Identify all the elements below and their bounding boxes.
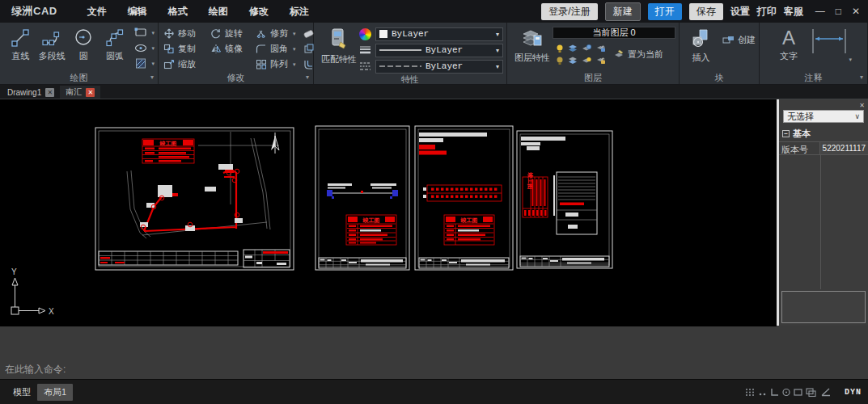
linetype-combo[interactable]: ByLayer ▾ <box>375 60 503 74</box>
modify-expand-icon[interactable]: ▾ <box>306 74 309 81</box>
tab-nanhui[interactable]: 南汇 ✕ <box>60 86 100 99</box>
maximize-icon[interactable]: □ <box>836 6 841 17</box>
insert-block-tool[interactable]: 插入 <box>684 25 718 72</box>
tab-drawing1[interactable]: Drawing1 ✕ <box>2 86 60 99</box>
close-icon[interactable]: ✕ <box>852 6 860 17</box>
linetype-combo-arrow-icon[interactable]: ▾ <box>496 63 499 70</box>
menu-format[interactable]: 格式 <box>158 5 198 19</box>
layer-on-icon[interactable] <box>553 42 566 54</box>
collapse-icon[interactable]: − <box>782 130 790 137</box>
support-button[interactable]: 客服 <box>784 5 803 19</box>
color-wheel-icon <box>359 28 371 40</box>
properties-empty-area <box>779 155 868 289</box>
lineweight-combo-arrow-icon[interactable]: ▾ <box>496 47 499 54</box>
command-window[interactable]: 在此输入命令: <box>0 326 868 379</box>
trim-tool[interactable]: 修剪 ▾ <box>256 26 303 41</box>
print-button[interactable]: 打印 <box>757 5 777 19</box>
draw-expand-icon[interactable]: ▾ <box>150 74 154 81</box>
rectangle-flyout-icon[interactable]: ▾ <box>152 30 155 36</box>
dimension-tool[interactable]: ▾ <box>807 25 852 72</box>
version-row[interactable]: 版本号 5220211117 <box>779 142 868 155</box>
menu-annotate[interactable]: 标注 <box>279 5 320 19</box>
layer-sun-icon[interactable] <box>580 54 594 66</box>
array-flyout-icon[interactable]: ▾ <box>293 61 296 68</box>
layout1-tab[interactable]: 布局1 <box>37 384 73 401</box>
sheet3-title-text: 竣工图 <box>460 217 478 224</box>
menu-file[interactable]: 文件 <box>77 5 117 19</box>
ribbon-section-layers: 图层特性 当前图层 0 <box>507 23 680 84</box>
arc-tool[interactable]: 圆弧 <box>100 25 131 72</box>
rectangle-tool[interactable]: ▾ <box>134 25 155 40</box>
rotate-tool[interactable]: 旋转 <box>210 26 256 41</box>
drawing-canvas[interactable]: 竣工图 <box>0 99 777 326</box>
annotation-section-footer[interactable]: 注释 ▾ <box>760 72 867 84</box>
palette-preview-box <box>781 291 866 323</box>
layer-properties-tool[interactable]: 图层特性 <box>512 25 553 72</box>
annotation-expand-icon[interactable]: ▾ <box>860 74 863 81</box>
dyn-toggle[interactable]: DYN <box>845 388 862 397</box>
arc-icon <box>104 27 125 48</box>
create-block-tool[interactable]: 创建 <box>722 32 756 48</box>
layer-lock-icon[interactable] <box>594 42 608 54</box>
line-tool[interactable]: 直线 <box>5 25 36 72</box>
mirror-tool[interactable]: 镜像 <box>210 41 256 57</box>
scale-tool[interactable]: 缩放 <box>163 57 210 72</box>
menu-draw[interactable]: 绘图 <box>198 5 239 19</box>
set-current-layer-tool[interactable]: 置为当前 <box>614 48 663 61</box>
hatch-flyout-icon[interactable]: ▾ <box>152 61 155 67</box>
open-button[interactable]: 打开 <box>648 3 682 20</box>
lineweight-icon <box>359 45 371 55</box>
color-combo-arrow-icon[interactable]: ▾ <box>496 31 499 38</box>
dimension-flyout-icon[interactable]: ▾ <box>849 57 852 63</box>
login-register-button[interactable]: 登录/注册 <box>541 3 597 20</box>
transparency-toggle-icon <box>807 389 815 397</box>
save-button[interactable]: 保存 <box>689 3 723 20</box>
basic-group-header[interactable]: − 基本 <box>779 126 868 141</box>
explode-icon <box>303 44 315 55</box>
basic-group-label: 基本 <box>793 128 811 140</box>
polyline-tool[interactable]: 多段线 <box>36 25 68 72</box>
selection-caret-icon: ∨ <box>854 112 860 120</box>
fillet-tool[interactable]: 圆角 ▾ <box>256 41 303 57</box>
trim-flyout-icon[interactable]: ▾ <box>293 31 296 37</box>
status-toggle-icons[interactable] <box>744 386 840 398</box>
new-button[interactable]: 新建 <box>605 2 641 21</box>
copy-tool[interactable]: 复制 <box>163 41 210 57</box>
draw-section-footer[interactable]: 绘图 ▾ <box>0 72 158 84</box>
minimize-icon[interactable]: — <box>815 6 825 17</box>
trim-icon <box>256 28 267 39</box>
move-tool[interactable]: 移动 <box>163 26 210 41</box>
north-arrow <box>271 133 279 154</box>
lineweight-value: ByLayer <box>426 45 492 55</box>
version-value: 5220211117 <box>820 142 868 154</box>
layer-isolate-icon[interactable] <box>566 54 580 66</box>
menu-edit[interactable]: 编辑 <box>117 5 158 19</box>
settings-button[interactable]: 设置 <box>730 5 750 19</box>
match-properties-tool[interactable]: 匹配特性 <box>319 25 359 74</box>
selection-dropdown[interactable]: 无选择 ∨ <box>783 110 864 123</box>
array-tool[interactable]: 阵列 ▾ <box>256 57 303 72</box>
layer-off-icon[interactable] <box>553 54 566 66</box>
palette-close-icon[interactable]: ✕ <box>859 102 865 109</box>
ellipse-tool[interactable]: ▾ <box>134 40 155 56</box>
menu-modify[interactable]: 修改 <box>239 5 279 19</box>
model-tab[interactable]: 模型 <box>6 384 37 401</box>
trim-label: 修剪 <box>270 27 288 40</box>
circle-tool[interactable]: 圆 <box>68 25 100 72</box>
color-combo[interactable]: ByLayer ▾ <box>375 27 503 41</box>
fillet-flyout-icon[interactable]: ▾ <box>293 46 296 53</box>
tab-drawing1-close-icon[interactable]: ✕ <box>45 88 54 97</box>
tab-nanhui-close-icon[interactable]: ✕ <box>86 88 95 97</box>
modify-section-footer[interactable]: 修改 ▾ <box>159 72 313 84</box>
properties-grid: 版本号 5220211117 <box>779 141 868 289</box>
ellipse-flyout-icon[interactable]: ▾ <box>152 45 155 52</box>
layer-unlock-icon[interactable] <box>594 54 608 66</box>
hatch-tool[interactable]: ▾ <box>134 56 155 71</box>
lineweight-combo[interactable]: ByLayer ▾ <box>375 44 503 57</box>
text-tool[interactable]: A 文字 <box>771 25 807 72</box>
layer-thaw-icon[interactable] <box>566 42 580 54</box>
command-prompt[interactable]: 在此输入命令: <box>0 363 868 379</box>
current-layer-indicator[interactable]: 当前图层 0 <box>553 27 675 39</box>
layer-freeze-icon[interactable] <box>580 42 594 54</box>
circle-label: 圆 <box>79 50 88 62</box>
